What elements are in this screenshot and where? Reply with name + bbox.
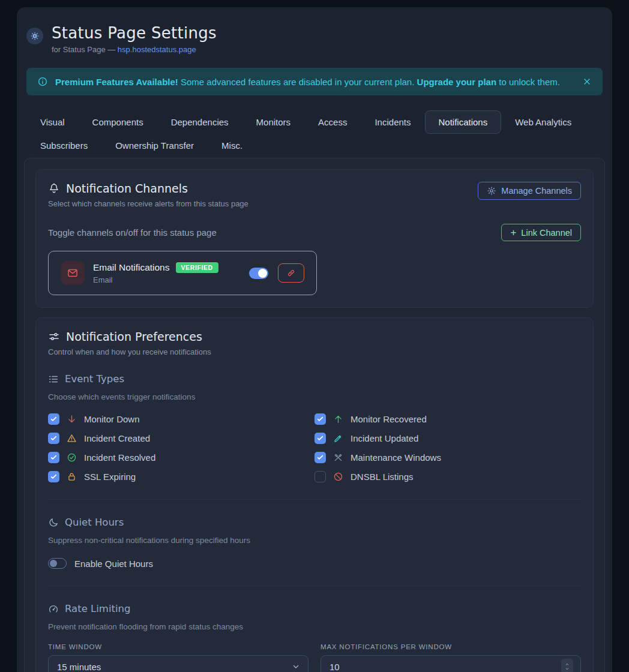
tab-components[interactable]: Components — [79, 110, 157, 134]
event-types-desc: Choose which events trigger notification… — [48, 392, 581, 401]
event-type-label: SSL Expiring — [84, 472, 136, 482]
tab-web-analytics[interactable]: Web Analytics — [501, 110, 585, 134]
moon-icon — [48, 517, 59, 528]
section-title-row: Notification Channels — [48, 182, 248, 195]
mail-icon — [61, 261, 85, 285]
event-type-label: Monitor Down — [84, 414, 140, 424]
tab-visual[interactable]: Visual — [26, 110, 79, 134]
event-type-incident-resolved[interactable]: Incident Resolved — [48, 452, 314, 463]
plus-icon: + — [510, 227, 516, 238]
event-type-label: Monitor Recovered — [351, 414, 427, 424]
chevron-down-icon — [291, 662, 301, 671]
quiet-hours-heading: Quiet Hours — [48, 517, 581, 528]
checkbox-checked[interactable] — [48, 471, 59, 482]
page-title: Status Page Settings — [52, 24, 217, 42]
premium-banner: Premium Features Available! Some advance… — [26, 68, 603, 95]
section-title: Notification Preferences — [66, 330, 202, 343]
bell-icon — [48, 182, 60, 194]
tab-subscribers[interactable]: Subscribers — [26, 134, 101, 157]
toggle-hint: Toggle channels on/off for this status p… — [48, 227, 217, 238]
max-notifications-label: MAX NOTIFICATIONS PER WINDOW — [321, 643, 581, 650]
tab-monitors[interactable]: Monitors — [242, 110, 305, 134]
notification-preferences-section: Notification Preferences Control when an… — [35, 317, 594, 672]
quiet-hours-toggle-label: Enable Quiet Hours — [74, 559, 153, 569]
max-notifications-input[interactable] — [330, 662, 561, 672]
event-types-heading: Event Types — [48, 373, 581, 385]
quiet-hours-toggle[interactable] — [48, 558, 67, 569]
manage-channels-button[interactable]: Manage Channels — [478, 182, 581, 200]
tab-access[interactable]: Access — [304, 110, 361, 134]
max-notifications-field — [321, 655, 581, 672]
chevron-up-icon — [564, 662, 570, 667]
tab-incidents[interactable]: Incidents — [361, 110, 424, 134]
rate-limiting-desc: Prevent notification flooding from rapid… — [48, 622, 581, 631]
tab-dependencies[interactable]: Dependencies — [157, 110, 242, 134]
premium-banner-text: Premium Features Available! Some advance… — [55, 77, 575, 87]
tab-notifications[interactable]: Notifications — [425, 110, 502, 134]
divider — [48, 499, 581, 500]
checkbox-checked[interactable] — [314, 452, 326, 463]
chevron-down-icon — [564, 667, 570, 671]
lock-icon — [67, 472, 77, 482]
event-type-label: Maintenance Windows — [351, 452, 441, 463]
event-type-ssl-expiring[interactable]: SSL Expiring — [48, 471, 314, 482]
gear-badge — [26, 28, 43, 44]
ban-icon — [333, 472, 343, 482]
event-type-monitor-down[interactable]: Monitor Down — [48, 413, 314, 425]
info-icon — [37, 76, 48, 87]
arrow-up-icon — [333, 414, 343, 424]
tabs: VisualComponentsDependenciesMonitorsAcce… — [24, 110, 605, 157]
event-type-label: Incident Created — [84, 433, 150, 443]
section-title: Notification Channels — [66, 182, 188, 195]
status-page-settings-panel: Status Page Settings for Status Page — h… — [17, 7, 612, 672]
channel-enabled-toggle[interactable] — [249, 268, 268, 279]
sliders-icon — [48, 331, 60, 343]
rate-limiting-heading: Rate Limiting — [48, 603, 581, 614]
channel-name: Email Notifications — [93, 262, 170, 273]
notification-channels-section: Notification Channels Select which chann… — [35, 169, 594, 308]
event-type-incident-updated[interactable]: Incident Updated — [314, 433, 581, 444]
event-type-label: Incident Updated — [351, 433, 418, 443]
checkbox-checked[interactable] — [314, 433, 326, 444]
tab-ownership-transfer[interactable]: Ownership Transfer — [101, 134, 208, 157]
gear-icon — [30, 31, 40, 41]
status-page-link[interactable]: hsp.hostedstatus.page — [118, 45, 196, 54]
section-desc: Select which channels receive alerts fro… — [48, 199, 248, 208]
upgrade-plan-link[interactable]: Upgrade your plan — [417, 77, 497, 87]
check-circle-icon — [67, 452, 77, 463]
section-desc: Control when and how you receive notific… — [48, 347, 581, 356]
tab-misc[interactable]: Misc. — [208, 134, 256, 157]
checkbox-checked[interactable] — [314, 413, 326, 425]
event-type-label: Incident Resolved — [84, 452, 155, 463]
event-type-monitor-recovered[interactable]: Monitor Recovered — [314, 413, 581, 425]
link-channel-button[interactable]: + Link Channel — [501, 224, 581, 241]
event-type-dnsbl-listings[interactable]: DNSBL Listings — [314, 471, 581, 482]
pencil-icon — [333, 433, 343, 443]
quiet-hours-desc: Suppress non-critical notifications duri… — [48, 536, 581, 545]
list-icon — [48, 374, 59, 385]
page-subtitle: for Status Page — hsp.hostedstatus.page — [52, 45, 217, 54]
gauge-icon — [48, 604, 59, 614]
email-channel-card: Email Notifications VERIFIED Email — [48, 251, 317, 295]
checkbox-checked[interactable] — [48, 433, 59, 444]
arrow-down-icon — [67, 414, 77, 424]
verified-badge: VERIFIED — [176, 262, 218, 273]
warning-triangle-icon — [67, 433, 77, 443]
event-type-maintenance-windows[interactable]: Maintenance Windows — [314, 452, 581, 463]
link-icon — [286, 268, 296, 278]
checkbox-checked[interactable] — [48, 452, 59, 463]
notifications-tab-panel: Notification Channels Select which chann… — [24, 158, 605, 672]
section-title-row: Notification Preferences — [48, 330, 581, 343]
channel-type: Email — [93, 275, 218, 284]
time-window-select[interactable]: 15 minutes — [48, 655, 308, 672]
page-header: Status Page Settings for Status Page — h… — [24, 24, 605, 54]
tools-icon — [333, 452, 343, 463]
divider — [48, 586, 581, 586]
checkbox-unchecked[interactable] — [314, 471, 326, 482]
checkbox-checked[interactable] — [48, 413, 59, 425]
event-type-incident-created[interactable]: Incident Created — [48, 433, 314, 444]
number-stepper[interactable] — [561, 659, 573, 672]
time-window-label: TIME WINDOW — [48, 643, 308, 650]
close-icon[interactable] — [582, 77, 592, 86]
unlink-channel-button[interactable] — [278, 263, 304, 283]
